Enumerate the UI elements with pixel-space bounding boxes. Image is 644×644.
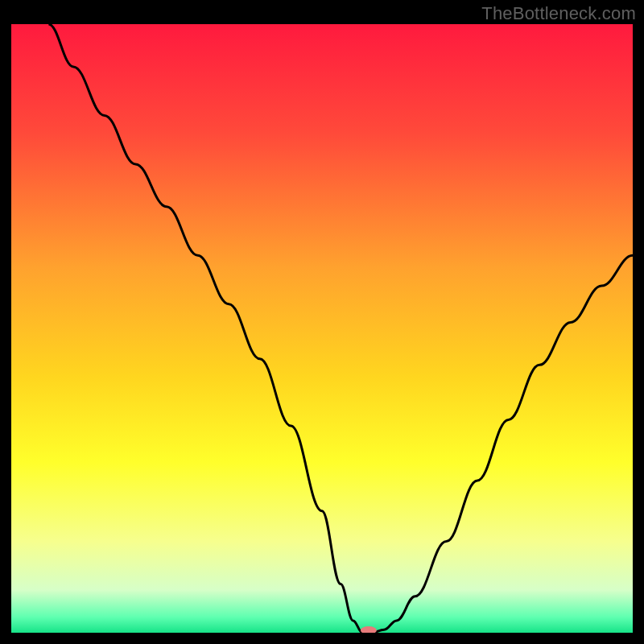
- chart-svg: [11, 24, 633, 633]
- chart-frame: TheBottleneck.com: [0, 0, 644, 644]
- watermark-text: TheBottleneck.com: [481, 3, 636, 24]
- plot-area: [11, 24, 633, 633]
